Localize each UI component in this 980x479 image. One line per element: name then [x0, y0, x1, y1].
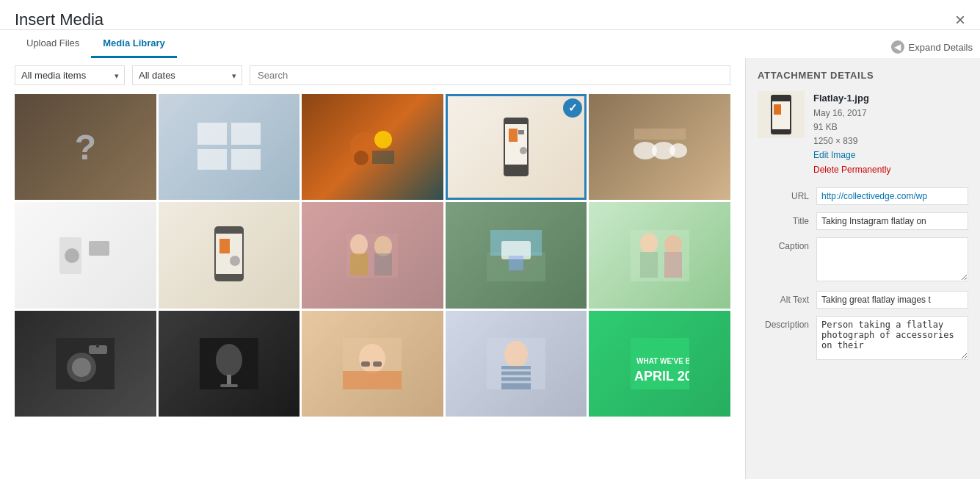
svg-point-5 [374, 131, 392, 148]
svg-rect-45 [227, 375, 231, 386]
svg-point-15 [669, 143, 687, 158]
search-input[interactable] [250, 65, 730, 85]
thumb-placeholder-8 [302, 202, 443, 308]
media-grid-wrap: ? [15, 94, 730, 472]
media-type-filter-wrap: All media items [15, 65, 125, 85]
description-field-row: Description [758, 316, 968, 362]
svg-rect-7 [372, 151, 394, 164]
svg-rect-49 [361, 361, 370, 367]
title-input[interactable] [816, 212, 968, 230]
svg-point-36 [664, 235, 682, 254]
close-button[interactable]: × [955, 11, 965, 29]
media-item-9[interactable] [446, 202, 587, 308]
svg-rect-42 [96, 344, 99, 347]
svg-rect-50 [373, 361, 382, 367]
media-item-7[interactable] [159, 202, 300, 308]
tab-upload[interactable]: Upload Files [15, 30, 91, 58]
media-type-select[interactable]: All media items [15, 65, 125, 85]
svg-point-40 [72, 358, 91, 377]
expand-details-label: Expand Details [909, 42, 973, 53]
caption-field-row: Caption [758, 237, 968, 284]
title-value-wrap [816, 212, 968, 230]
delete-permanently-link[interactable]: Delete Permanently [813, 165, 890, 175]
svg-rect-22 [219, 239, 230, 253]
dates-filter-wrap: All dates [132, 65, 242, 85]
alt-field-row: Alt Text [758, 291, 968, 309]
media-item-4[interactable] [446, 94, 587, 200]
media-item-10[interactable] [589, 202, 730, 308]
svg-rect-3 [231, 149, 261, 170]
media-item-8[interactable] [302, 202, 443, 308]
media-item-11[interactable] [15, 311, 156, 417]
svg-point-25 [350, 234, 368, 255]
svg-point-19 [65, 248, 79, 263]
thumb-placeholder-5 [589, 94, 730, 200]
thumb-placeholder-13 [302, 311, 443, 417]
expand-details-button[interactable]: ◀ Expand Details [891, 40, 973, 54]
media-item-14[interactable] [446, 311, 587, 417]
svg-point-34 [640, 233, 658, 253]
svg-rect-18 [89, 241, 109, 256]
svg-rect-0 [197, 123, 227, 145]
title-label: Title [758, 212, 816, 226]
url-value-wrap [816, 187, 968, 205]
url-label: URL [758, 187, 816, 201]
thumb-placeholder-15: WHAT WE'VE BEEN UP TO APRIL 2017 [589, 311, 730, 417]
svg-point-44 [216, 344, 242, 376]
attachment-size: 91 KB [813, 120, 890, 134]
edit-image-link[interactable]: Edit Image [813, 148, 890, 162]
url-input[interactable] [816, 187, 968, 205]
svg-point-6 [354, 151, 369, 165]
svg-text:APRIL 2017: APRIL 2017 [634, 369, 689, 383]
svg-rect-2 [197, 149, 227, 170]
svg-rect-16 [634, 129, 686, 140]
media-item-2[interactable] [159, 94, 300, 200]
caption-label: Caption [758, 237, 816, 251]
description-value-wrap [816, 316, 968, 362]
media-item-5[interactable] [589, 94, 730, 200]
thumb-placeholder-1: ? [15, 94, 156, 200]
filters-bar: All media items All dates [15, 65, 730, 85]
media-item-6[interactable] [15, 202, 156, 308]
svg-text:WHAT WE'VE BEEN UP TO: WHAT WE'VE BEEN UP TO [636, 357, 689, 365]
svg-point-12 [520, 147, 527, 154]
tab-bar: Upload Files Media Library [0, 30, 980, 58]
modal-header: Insert Media × [0, 0, 980, 30]
svg-rect-35 [640, 252, 658, 278]
attachment-filename: Flatlay-1.jpg [813, 91, 890, 107]
modal-title: Insert Media [15, 10, 104, 29]
media-item-3[interactable] [302, 94, 443, 200]
insert-media-modal: Insert Media × Upload Files Media Librar… [0, 0, 980, 479]
alt-input[interactable] [816, 291, 968, 309]
modal-body: All media items All dates ? [0, 58, 980, 479]
media-section: All media items All dates ? [0, 58, 745, 479]
description-label: Description [758, 316, 816, 330]
caption-textarea[interactable] [816, 237, 968, 281]
svg-rect-51 [343, 371, 402, 389]
media-item-1[interactable]: ? [15, 94, 156, 200]
tab-media-library[interactable]: Media Library [91, 30, 177, 58]
svg-point-48 [359, 344, 385, 373]
dates-select[interactable]: All dates [132, 65, 242, 85]
thumb-placeholder-7 [159, 202, 300, 308]
attachment-details-sidebar: ATTACHMENT DETAILS Flatlay-1.jpg May 16,… [745, 58, 980, 479]
thumb-placeholder-3 [302, 94, 443, 200]
title-field-row: Title [758, 212, 968, 230]
caption-value-wrap [816, 237, 968, 284]
media-item-12[interactable] [159, 311, 300, 417]
svg-rect-37 [664, 252, 682, 278]
alt-value-wrap [816, 291, 968, 309]
alt-label: Alt Text [758, 291, 816, 305]
thumb-placeholder-14 [446, 311, 587, 417]
media-item-13[interactable] [302, 311, 443, 417]
media-item-15[interactable]: WHAT WE'VE BEEN UP TO APRIL 2017 [589, 311, 730, 417]
attachment-info: Flatlay-1.jpg May 16, 2017 91 KB 1250 × … [813, 91, 890, 177]
svg-rect-1 [231, 123, 261, 145]
thumb-placeholder-6 [15, 202, 156, 308]
attachment-date: May 16, 2017 [813, 107, 890, 120]
description-textarea[interactable] [816, 316, 968, 360]
svg-point-53 [504, 341, 528, 367]
thumb-placeholder-2 [159, 94, 300, 200]
attachment-dimensions: 1250 × 839 [813, 134, 890, 148]
svg-rect-11 [518, 130, 524, 134]
